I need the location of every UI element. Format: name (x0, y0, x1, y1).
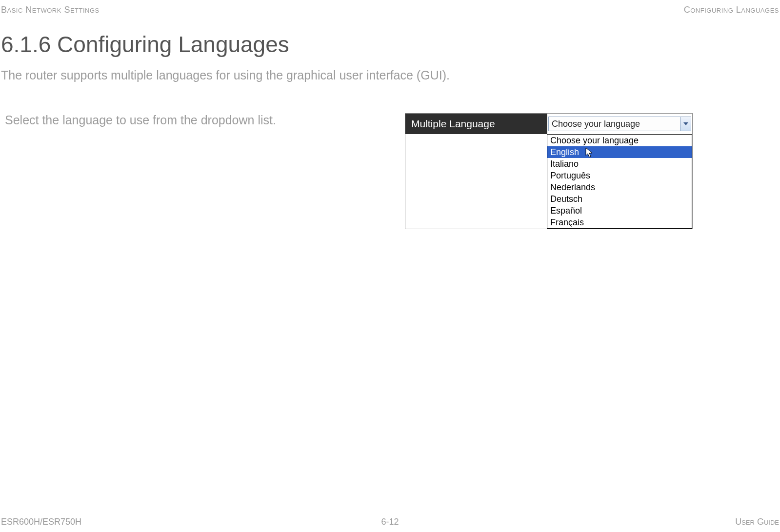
language-select[interactable]: Choose your language (548, 117, 691, 131)
field-label: Multiple Language (405, 114, 547, 134)
dropdown-option[interactable]: Português (547, 170, 692, 181)
header-right: Configuring Languages (684, 5, 779, 15)
footer-model: ESR600H/ESR750H (1, 517, 81, 527)
language-panel: Multiple Language Choose your language C… (405, 113, 693, 229)
dropdown-option[interactable]: English (547, 146, 692, 158)
select-current-value: Choose your language (552, 119, 640, 129)
dropdown-option[interactable]: Français (547, 217, 692, 228)
header-left: Basic Network Settings (1, 5, 100, 15)
select-cell: Choose your language (547, 114, 692, 134)
dropdown-option[interactable]: Nederlands (547, 181, 692, 193)
dropdown-option[interactable]: Italiano (547, 158, 692, 170)
panel-top-row: Multiple Language Choose your language (405, 114, 692, 134)
dropdown-option[interactable]: Deutsch (547, 193, 692, 205)
chevron-down-icon[interactable] (680, 117, 691, 131)
page-title: 6.1.6 Configuring Languages (1, 31, 289, 58)
footer-guide: User Guide (735, 517, 779, 527)
language-dropdown[interactable]: Choose your language English Italiano Po… (547, 134, 692, 229)
dropdown-option[interactable]: Choose your language (547, 135, 692, 146)
footer-page: 6-12 (381, 517, 399, 527)
dropdown-option[interactable]: Español (547, 205, 692, 217)
intro-paragraph: The router supports multiple languages f… (1, 68, 450, 82)
instruction-text: Select the language to use from the drop… (5, 113, 276, 127)
